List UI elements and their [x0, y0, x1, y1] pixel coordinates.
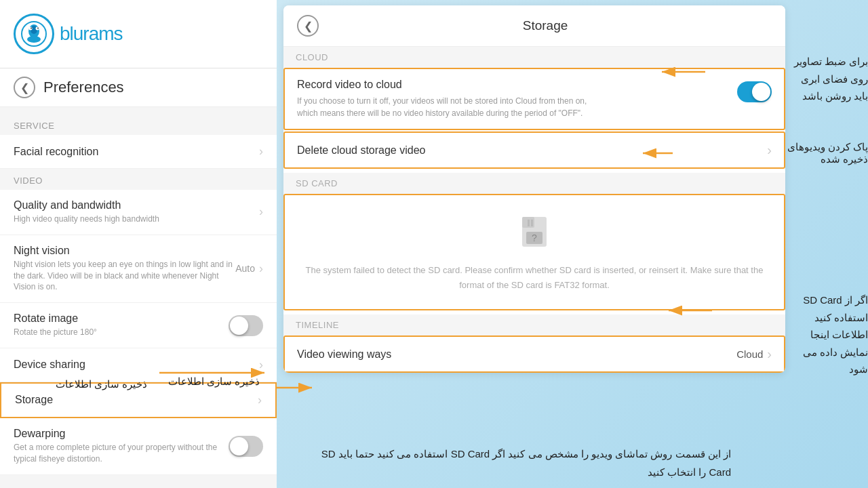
sd-card-error-text: The system failed to detect the SD card.… [298, 263, 770, 293]
nav-item-title: Night vision [14, 245, 235, 257]
sidebar-item-dewarping[interactable]: Dewarping Get a more complete picture of… [0, 418, 277, 475]
rotate-image-toggle[interactable] [229, 315, 263, 336]
nav-item-title: Rotate image [14, 312, 229, 325]
toggle-thumb [752, 83, 770, 101]
nav-item-title: Device sharing [14, 359, 259, 371]
record-video-toggle[interactable] [737, 81, 772, 102]
logo-circle [14, 14, 54, 54]
svg-point-5 [31, 28, 32, 29]
storage-panel: ❮ Storage CLOUD Record video to cloud If… [283, 5, 785, 373]
sidebar-item-night-vision[interactable]: Night vision Night vision lets you keep … [0, 235, 277, 303]
sidebar-item-quality-bandwidth[interactable]: Quality and bandwidth High video quality… [0, 190, 277, 235]
svg-point-7 [27, 36, 41, 43]
nav-header: ❮ Preferences [0, 68, 277, 107]
record-video-label: Record video to cloud [297, 79, 726, 91]
nav-item-subtitle: Rotate the picture 180° [14, 327, 229, 338]
svg-point-6 [37, 28, 39, 29]
storage-back-button[interactable]: ❮ [297, 15, 319, 37]
sd-card-icon: ? [298, 211, 770, 255]
toggle-on[interactable] [737, 81, 772, 102]
sidebar: blurams ❮ Preferences SERVICE Facial rec… [0, 0, 277, 488]
nav-item-title: Dewarping [14, 428, 229, 440]
nav-item-content: Storage [15, 394, 258, 406]
chevron-right-icon: › [259, 144, 263, 159]
chevron-right-icon: › [259, 205, 263, 219]
nav-item-content: Dewarping Get a more complete picture of… [14, 428, 229, 465]
nav-item-title: Facial recognition [14, 146, 259, 158]
nav-item-right: Auto › [235, 262, 263, 276]
sidebar-back-button[interactable]: ❮ [14, 77, 35, 98]
chevron-right-icon: › [259, 262, 263, 276]
preferences-title: Preferences [43, 79, 124, 96]
logo: blurams [14, 14, 123, 54]
sidebar-item-device-sharing[interactable]: Device sharing › [0, 348, 277, 382]
svg-text:?: ? [532, 232, 537, 243]
sd-card-section-label: SD CARD [283, 173, 785, 194]
sd-card-error-box: ? The system failed to detect the SD car… [283, 194, 785, 310]
delete-cloud-row[interactable]: Delete cloud storage video › [283, 131, 785, 169]
video-viewing-value: Cloud [736, 348, 763, 360]
nav-item-right: › [259, 205, 263, 219]
record-video-content: Record video to cloud If you choose to t… [297, 79, 726, 119]
delete-cloud-chevron: › [767, 142, 772, 158]
nav-item-subtitle: High video quality needs high bandwidth [14, 214, 259, 225]
nav-item-subtitle: Night vision lets you keep an eye on thi… [14, 259, 235, 293]
svg-rect-15 [528, 220, 530, 226]
video-viewing-chevron: › [767, 346, 772, 362]
toggle-thumb [230, 437, 248, 455]
sidebar-item-storage[interactable]: Storage › [0, 382, 277, 418]
timeline-section-label: TIMELINE [283, 314, 785, 336]
storage-title: Storage [319, 18, 772, 33]
video-viewing-row[interactable]: Video viewing ways Cloud › [283, 336, 785, 373]
logo-header: blurams [0, 0, 277, 68]
sidebar-nav: SERVICE Facial recognition › VIDEO Quali… [0, 107, 277, 488]
nav-item-content: Facial recognition [14, 146, 259, 158]
chevron-right-icon: › [259, 358, 263, 372]
nav-item-subtitle: Get a more complete picture of your prop… [14, 442, 229, 465]
cloud-section-label: CLOUD [283, 47, 785, 68]
delete-cloud-label: Delete cloud storage video [297, 144, 425, 157]
nav-item-content: Rotate image Rotate the picture 180° [14, 312, 229, 338]
nav-item-right: › [259, 358, 263, 372]
video-section-label: VIDEO [0, 169, 277, 190]
record-video-row: Record video to cloud If you choose to t… [283, 68, 785, 130]
nav-item-right: › [259, 144, 263, 159]
nav-item-content: Night vision Night vision lets you keep … [14, 245, 235, 293]
record-video-desc: If you choose to turn it off, your video… [297, 95, 595, 119]
sidebar-item-facial-recognition[interactable]: Facial recognition › [0, 135, 277, 169]
dewarping-toggle[interactable] [229, 436, 263, 457]
nav-item-right [229, 436, 263, 457]
nav-item-right [229, 315, 263, 336]
logo-text: blurams [60, 23, 123, 45]
nav-item-content: Quality and bandwidth High video quality… [14, 199, 259, 225]
nav-item-title: Storage [15, 394, 258, 406]
video-viewing-right: Cloud › [736, 346, 772, 362]
storage-header: ❮ Storage [283, 5, 785, 47]
svg-rect-16 [531, 220, 533, 226]
toggle-thumb [230, 317, 248, 335]
nav-item-content: Device sharing [14, 359, 259, 371]
sidebar-item-rotate-image[interactable]: Rotate image Rotate the picture 180° [0, 303, 277, 348]
chevron-right-icon: › [258, 393, 262, 407]
video-viewing-label: Video viewing ways [297, 348, 391, 361]
night-vision-value: Auto [235, 263, 255, 274]
nav-item-title: Quality and bandwidth [14, 199, 259, 211]
service-section-label: SERVICE [0, 114, 277, 135]
svg-rect-12 [536, 217, 541, 228]
nav-item-right: › [258, 393, 262, 407]
